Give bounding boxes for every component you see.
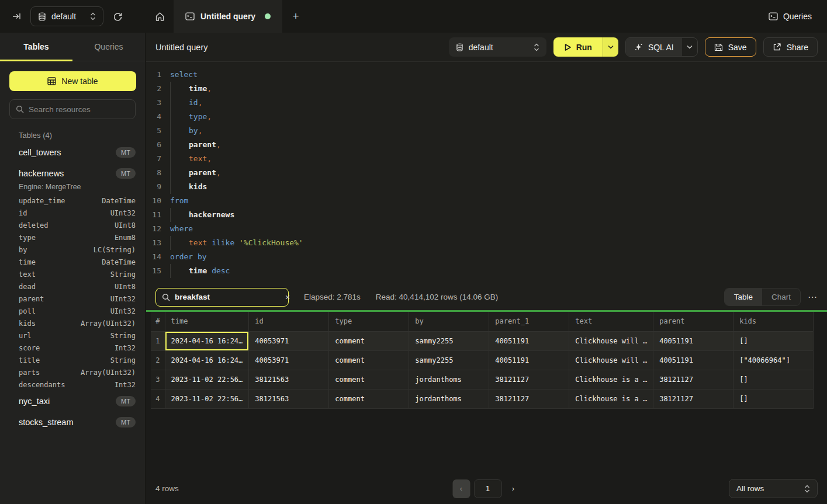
column-row[interactable]: idUInt32	[0, 207, 145, 219]
run-button[interactable]: Run	[553, 37, 603, 57]
code-line[interactable]: 14order by	[146, 250, 827, 264]
code-line[interactable]: 12where	[146, 222, 827, 236]
view-toggle-table[interactable]: Table	[725, 289, 762, 305]
column-row[interactable]: partsArray(UInt32)	[0, 366, 145, 378]
table-cell[interactable]: 2023-11-02 22:56…	[165, 370, 249, 389]
table-cell[interactable]: ["40066964"]	[733, 350, 814, 370]
table-cell[interactable]: 2024-04-16 16:24…	[165, 331, 249, 350]
sidebar-tab-queries[interactable]: Queries	[72, 33, 145, 61]
run-options-button[interactable]	[603, 37, 618, 57]
column-header-by[interactable]: by	[409, 312, 489, 331]
column-header-id[interactable]: id	[249, 312, 329, 331]
column-row[interactable]: typeEnum8	[0, 231, 145, 244]
code-line[interactable]: 10from	[146, 194, 827, 208]
code-line[interactable]: 3id,	[146, 96, 827, 110]
table-cell[interactable]: []	[733, 370, 814, 389]
code-line[interactable]: 5by,	[146, 124, 827, 138]
column-row[interactable]: deadUInt8	[0, 280, 145, 293]
table-cell[interactable]: sammy2255	[409, 331, 489, 350]
table-cell[interactable]: 40053971	[249, 331, 329, 350]
share-button[interactable]: Share	[763, 37, 818, 57]
tab-untitled-query[interactable]: Untitled query	[174, 0, 282, 33]
sql-editor[interactable]: 1select2time,3id,4type,5by,6parent,7text…	[146, 62, 827, 284]
column-row[interactable]: timeDateTime	[0, 256, 145, 268]
results-more-button[interactable]: ⋯	[808, 291, 818, 303]
refresh-button[interactable]	[109, 8, 126, 25]
clear-search-icon[interactable]: ×	[285, 293, 290, 302]
code-line[interactable]: 8parent,	[146, 166, 827, 180]
column-row[interactable]: pollUInt32	[0, 305, 145, 317]
table-cell[interactable]: 40051191	[489, 350, 569, 370]
sidebar-collapse-button[interactable]	[8, 8, 25, 25]
sidebar-tab-tables[interactable]: Tables	[0, 33, 72, 61]
query-database-selector[interactable]: default	[449, 37, 546, 57]
table-cell[interactable]: 38121127	[489, 370, 569, 389]
sql-ai-options-button[interactable]	[682, 38, 697, 56]
table-cell[interactable]: 38121563	[249, 370, 329, 389]
table-cell[interactable]: Clickhouse will …	[569, 331, 653, 350]
table-cell[interactable]: []	[733, 331, 814, 350]
page-size-selector[interactable]: All rows	[729, 479, 818, 498]
code-line[interactable]: 6parent,	[146, 138, 827, 152]
code-line[interactable]: 13text ilike '%ClickHouse%'	[146, 236, 827, 250]
resource-search-input[interactable]	[29, 105, 132, 114]
table-cell[interactable]: sammy2255	[409, 350, 489, 370]
table-cell[interactable]: 40051191	[489, 331, 569, 350]
table-cell[interactable]: 38121127	[653, 389, 733, 408]
table-cell[interactable]: 38121127	[653, 370, 733, 389]
next-page-button[interactable]: ›	[506, 479, 521, 498]
table-cell[interactable]: comment	[329, 350, 409, 370]
column-header-parent_1[interactable]: parent_1	[489, 312, 569, 331]
code-line[interactable]: 9kids	[146, 180, 827, 194]
sidebar-table-nyc_taxi[interactable]: nyc_taxiMT	[0, 391, 145, 412]
column-header-type[interactable]: type	[329, 312, 409, 331]
table-cell[interactable]: []	[733, 389, 814, 408]
column-row[interactable]: scoreInt32	[0, 342, 145, 354]
table-cell[interactable]: jordanthoms	[409, 370, 489, 389]
table-cell[interactable]: jordanthoms	[409, 389, 489, 408]
code-line[interactable]: 1select	[146, 68, 827, 82]
column-header-time[interactable]: time	[165, 312, 249, 331]
table-cell[interactable]: Clickhouse is a …	[569, 389, 653, 408]
column-header-kids[interactable]: kids	[733, 312, 814, 331]
table-cell[interactable]: Clickhouse will …	[569, 350, 653, 370]
column-row[interactable]: textString	[0, 268, 145, 280]
new-table-button[interactable]: New table	[9, 71, 136, 91]
queries-link[interactable]: Queries	[753, 0, 827, 33]
view-toggle-chart[interactable]: Chart	[762, 289, 800, 305]
table-cell[interactable]: 40051191	[653, 350, 733, 370]
sidebar-table-stocks_stream[interactable]: stocks_streamMT	[0, 412, 145, 433]
column-row[interactable]: deletedUInt8	[0, 219, 145, 231]
table-cell[interactable]: 38121127	[489, 389, 569, 408]
column-header-num[interactable]: #	[151, 312, 165, 331]
new-tab-button[interactable]: +	[282, 0, 309, 33]
page-number[interactable]: 1	[474, 479, 501, 498]
code-line[interactable]: 4type,	[146, 110, 827, 124]
database-selector[interactable]: default	[30, 6, 103, 26]
column-row[interactable]: kidsArray(UInt32)	[0, 317, 145, 329]
column-row[interactable]: descendantsInt32	[0, 378, 145, 391]
code-line[interactable]: 7text,	[146, 152, 827, 166]
table-cell[interactable]: 2023-11-02 22:56…	[165, 389, 249, 408]
table-cell[interactable]: Clickhouse is a …	[569, 370, 653, 389]
column-row[interactable]: update_timeDateTime	[0, 194, 145, 207]
column-row[interactable]: byLC(String)	[0, 244, 145, 256]
table-cell[interactable]: 38121563	[249, 389, 329, 408]
results-search-input[interactable]	[175, 293, 281, 301]
sidebar-table-hackernews[interactable]: hackernewsMT	[0, 163, 145, 184]
column-header-text[interactable]: text	[569, 312, 653, 331]
table-cell[interactable]: comment	[329, 370, 409, 389]
table-cell[interactable]: 2024-04-16 16:24…	[165, 350, 249, 370]
code-line[interactable]: 11hackernews	[146, 208, 827, 222]
column-row[interactable]: urlString	[0, 329, 145, 342]
table-cell[interactable]: comment	[329, 331, 409, 350]
table-cell[interactable]: 40051191	[653, 331, 733, 350]
prev-page-button[interactable]: ‹	[452, 479, 470, 498]
save-button[interactable]: Save	[705, 37, 756, 57]
column-header-parent[interactable]: parent	[653, 312, 733, 331]
code-line[interactable]: 15time desc	[146, 264, 827, 278]
table-cell[interactable]: comment	[329, 389, 409, 408]
column-row[interactable]: titleString	[0, 354, 145, 366]
sql-ai-button[interactable]: SQL AI	[626, 38, 682, 56]
sidebar-table-cell_towers[interactable]: cell_towersMT	[0, 142, 145, 163]
